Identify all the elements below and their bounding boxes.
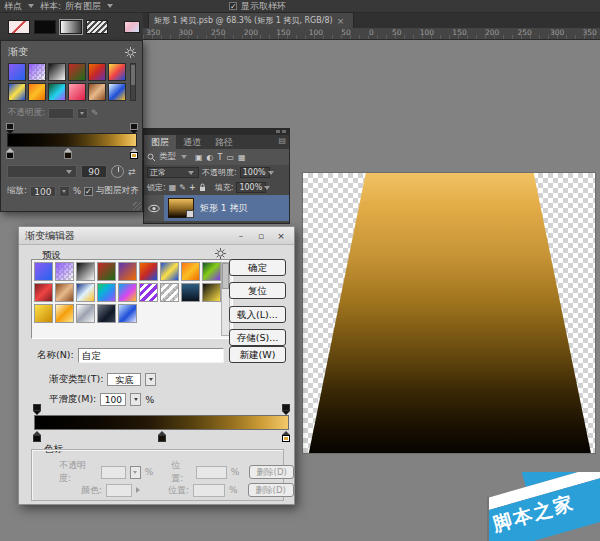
gradient-preset-swatch[interactable]	[76, 283, 95, 302]
collapse-icon[interactable]	[282, 130, 286, 133]
gradient-preset-swatch[interactable]	[28, 83, 46, 101]
collapse-icon[interactable]	[276, 130, 280, 133]
maximize-icon[interactable]: ▫	[254, 229, 268, 242]
gradient-preset-swatch[interactable]	[8, 63, 26, 81]
opacity-stop[interactable]	[32, 404, 42, 415]
filter-shape-layer-icon[interactable]: ▭	[226, 153, 234, 162]
fill-pattern-button[interactable]	[86, 20, 108, 34]
panel-menu-icon[interactable]: ▤	[275, 135, 289, 149]
gradient-preset-swatch[interactable]	[88, 63, 106, 81]
gradient-preset-swatch[interactable]	[55, 304, 74, 323]
fill-none-button[interactable]	[8, 20, 30, 34]
chevron-down-icon[interactable]	[130, 466, 141, 479]
gradient-preset-swatch[interactable]	[55, 283, 74, 302]
close-icon[interactable]: ×	[337, 16, 345, 26]
save-button[interactable]: 存储(S)...	[229, 329, 286, 346]
gradient-preset-swatch[interactable]	[139, 283, 158, 302]
chevron-down-icon[interactable]	[59, 186, 70, 197]
chevron-down-icon[interactable]	[77, 108, 88, 119]
gradient-preset-swatch[interactable]	[97, 304, 116, 323]
chevron-right-icon[interactable]	[136, 487, 140, 493]
gradient-preset-swatch[interactable]	[160, 262, 179, 281]
chevron-down-icon[interactable]	[28, 4, 34, 8]
scrollbar-thumb[interactable]	[222, 263, 229, 289]
gradient-style-dropdown[interactable]	[7, 165, 77, 178]
color-stop[interactable]	[157, 431, 167, 442]
gradient-preset-swatch[interactable]	[108, 63, 126, 81]
color-stop[interactable]	[5, 148, 15, 159]
name-input[interactable]: 自定	[78, 348, 224, 363]
gradient-preset-swatch[interactable]	[97, 283, 116, 302]
layer-opacity-field[interactable]: 100%	[240, 167, 270, 178]
lock-transparency-icon[interactable]: ▦	[169, 183, 177, 192]
gradient-preset-swatch[interactable]	[34, 304, 53, 323]
angle-dial-icon[interactable]	[111, 165, 124, 178]
tab-layers[interactable]: 图层	[144, 135, 176, 149]
gradient-preset-swatch[interactable]	[108, 83, 126, 101]
reset-button[interactable]: 复位	[229, 282, 286, 299]
scrollbar-thumb[interactable]	[131, 65, 135, 85]
color-stop[interactable]	[281, 431, 291, 442]
gradient-preset-swatch[interactable]	[8, 83, 26, 101]
tab-channels[interactable]: 通道	[176, 135, 208, 149]
scrollbar[interactable]	[130, 63, 136, 101]
document-tab[interactable]: 矩形 1 拷贝.psb @ 68.3% (矩形 1 拷贝, RGB/8) ×	[148, 12, 354, 28]
eyedropper-icon[interactable]: ✎	[91, 108, 99, 118]
load-button[interactable]: 载入(L)...	[229, 306, 286, 323]
gradient-type-dropdown[interactable]: 实底	[107, 373, 141, 386]
opacity-stop[interactable]	[281, 404, 291, 415]
gradient-preset-swatch[interactable]	[48, 63, 66, 81]
close-icon[interactable]: ×	[274, 229, 288, 242]
fill-solid-button[interactable]	[34, 20, 56, 34]
gradient-preset-swatch[interactable]	[68, 63, 86, 81]
eye-icon[interactable]	[148, 204, 160, 213]
layer-thumbnail[interactable]	[168, 198, 194, 218]
gradient-preset-swatch[interactable]	[160, 283, 179, 302]
gradient-preset-swatch[interactable]	[97, 262, 116, 281]
dialog-titlebar[interactable]: 渐变编辑器 – ▫ ×	[19, 227, 294, 245]
new-button[interactable]: 新建(W)	[229, 346, 286, 363]
minimize-icon[interactable]: –	[234, 229, 248, 242]
ok-button[interactable]: 确定	[229, 259, 286, 276]
gradient-preset-swatch[interactable]	[34, 283, 53, 302]
align-checkbox[interactable]: ✓	[84, 187, 93, 196]
filter-pixel-layer-icon[interactable]: ▣	[195, 153, 203, 162]
gradient-preset-swatch[interactable]	[88, 83, 106, 101]
gradient-preset-swatch[interactable]	[76, 262, 95, 281]
gear-icon[interactable]	[125, 47, 136, 58]
editor-gradient-bar[interactable]	[34, 415, 289, 430]
filter-smart-object-icon[interactable]: ▦	[238, 153, 246, 162]
gradient-preset-swatch[interactable]	[202, 262, 221, 281]
stop-position-field[interactable]	[193, 484, 225, 497]
delete-opacity-stop-button[interactable]: 删除(D)	[249, 465, 294, 479]
chevron-down-icon[interactable]	[107, 4, 113, 8]
gradient-preset-swatch[interactable]	[55, 262, 74, 281]
gradient-preset-swatch[interactable]	[48, 83, 66, 101]
gear-icon[interactable]	[215, 248, 226, 259]
layer-row[interactable]: 矩形 1 拷贝	[144, 195, 289, 221]
gradient-preset-swatch[interactable]	[76, 304, 95, 323]
color-stop[interactable]	[63, 148, 73, 159]
scale-value-field[interactable]: 100	[30, 186, 56, 197]
gradient-preset-swatch[interactable]	[181, 262, 200, 281]
blend-mode-dropdown[interactable]: 正常	[147, 167, 199, 178]
gradient-preset-swatch[interactable]	[118, 304, 137, 323]
show-ring-checkbox[interactable]: ✓	[229, 2, 237, 10]
gradient-preset-swatch[interactable]	[118, 283, 137, 302]
filter-adjustment-layer-icon[interactable]: ◐	[207, 153, 214, 162]
stop-position-field[interactable]	[196, 466, 227, 479]
fill-gradient-button[interactable]	[60, 20, 82, 34]
layer-name[interactable]: 矩形 1 拷贝	[200, 202, 247, 215]
chevron-down-icon[interactable]	[181, 155, 187, 159]
gradient-preset-swatch[interactable]	[68, 83, 86, 101]
document-canvas[interactable]	[302, 172, 596, 454]
filter-type-layer-icon[interactable]: T	[218, 153, 223, 162]
opacity-value-field[interactable]	[48, 108, 74, 119]
tab-paths[interactable]: 路径	[208, 135, 240, 149]
stop-color-swatch[interactable]	[106, 484, 132, 497]
gradient-preset-swatch[interactable]	[181, 283, 200, 302]
reverse-icon[interactable]: ⇄	[128, 167, 136, 177]
gradient-preset-swatch[interactable]	[139, 262, 158, 281]
gradient-preset-swatch[interactable]	[28, 63, 46, 81]
gradient-bar[interactable]	[7, 133, 137, 147]
